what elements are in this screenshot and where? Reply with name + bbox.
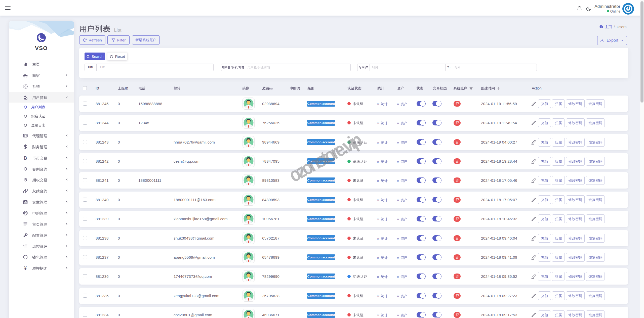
svg-text:B: B (24, 156, 27, 161)
svg-text:¥: ¥ (24, 266, 27, 271)
